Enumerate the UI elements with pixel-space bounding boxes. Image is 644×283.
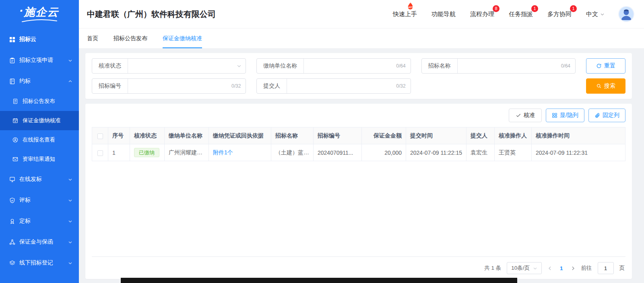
goto-page-input[interactable] bbox=[598, 262, 614, 274]
nav-item-label: 流程办理 bbox=[470, 10, 494, 17]
notification-badge: 8 bbox=[493, 5, 500, 12]
sidebar-subitem-announcement[interactable]: 招标公告发布 bbox=[0, 92, 79, 111]
taskbar-strip bbox=[121, 278, 517, 283]
user-avatar[interactable] bbox=[619, 7, 634, 21]
nav-quick-start[interactable]: HOT 快速上手 bbox=[393, 10, 417, 18]
table-panel: 核准 显/隐列 固定列 bbox=[85, 104, 632, 279]
sidebar-item-offline-register[interactable]: 线下招标登记 bbox=[0, 252, 79, 273]
shield-icon bbox=[9, 197, 15, 203]
table-header-row: 序号 核准状态 缴纳单位名称 缴纳凭证或回执依据 招标名称 招标编号 保证金金额… bbox=[92, 127, 625, 144]
pay-unit-field: 缴纳单位名称 0/64 bbox=[256, 58, 411, 74]
page-content: 核准状态 缴纳单位名称 0/64 招标名称 0/64 bbox=[79, 48, 644, 283]
chevron-down-icon bbox=[68, 58, 72, 63]
search-button[interactable]: 搜索 bbox=[586, 78, 625, 94]
check-icon bbox=[516, 113, 521, 118]
tender-name-input[interactable] bbox=[458, 59, 561, 73]
cell-tender-no: 2024070911... bbox=[314, 144, 362, 161]
language-switcher[interactable]: 中文 bbox=[586, 10, 605, 18]
row-checkbox[interactable] bbox=[97, 150, 103, 156]
tender-name-field: 招标名称 0/64 bbox=[421, 58, 576, 74]
sidebar-item-bidding-cloud[interactable]: 招标云 bbox=[0, 29, 79, 50]
sidebar-subitem-review-notice[interactable]: 资审结果通知 bbox=[0, 150, 79, 169]
nav-item-label: 多方协同 bbox=[547, 10, 572, 17]
nav-item-label: 快速上手 bbox=[393, 10, 417, 17]
cell-index: 1 bbox=[108, 144, 130, 161]
nav-process-handling[interactable]: 8 流程办理 bbox=[470, 10, 494, 18]
sidebar-item-label: 招标公告发布 bbox=[23, 98, 55, 105]
char-counter: 0/32 bbox=[396, 83, 410, 89]
user-circle-icon bbox=[12, 137, 19, 143]
main-area: 中建君联（广州）软件科技有限公司 HOT 快速上手 功能导航 8 流程办理 1 bbox=[79, 0, 644, 283]
deposit-approval-table: 序号 核准状态 缴纳单位名称 缴纳凭证或回执依据 招标名称 招标编号 保证金金额… bbox=[92, 127, 625, 161]
sidebar-item-project-apply[interactable]: 招标立项申请 bbox=[0, 50, 79, 71]
chevron-down-icon bbox=[68, 198, 72, 203]
field-label: 招标编号 bbox=[92, 79, 128, 93]
paperclip-icon bbox=[594, 113, 600, 118]
sidebar-item-evaluation[interactable]: 评标 bbox=[0, 190, 79, 211]
notification-badge: 1 bbox=[531, 5, 538, 12]
sidebar-item-label: 招标云 bbox=[19, 36, 36, 43]
brand-logo[interactable]: 施企云 bbox=[0, 0, 79, 29]
reset-button[interactable]: 重置 bbox=[586, 58, 625, 74]
page-size-select[interactable]: 10条/页 bbox=[507, 262, 542, 274]
sidebar-item-yuebiao[interactable]: 约标 bbox=[0, 71, 79, 92]
sidebar-item-label: 在线报名查看 bbox=[23, 136, 55, 144]
sidebar-item-deposit-guarantee[interactable]: 保证金与保函 bbox=[0, 232, 79, 252]
document-icon bbox=[12, 98, 19, 104]
approve-button-label: 核准 bbox=[524, 112, 535, 119]
tab-announcement[interactable]: 招标公告发布 bbox=[114, 29, 147, 48]
sidebar-subitem-deposit-approval[interactable]: 保证金缴纳核准 bbox=[0, 111, 79, 130]
chevron-down-icon bbox=[600, 12, 605, 16]
fixed-columns-button[interactable]: 固定列 bbox=[588, 109, 625, 122]
cell-operate-time: 2024-07-09 11:22:31 bbox=[532, 144, 625, 161]
chevron-left-icon bbox=[547, 266, 553, 271]
company-name: 中建君联（广州）软件科技有限公司 bbox=[87, 9, 216, 20]
column-header: 缴纳单位名称 bbox=[165, 127, 209, 144]
hot-flame-icon: HOT bbox=[406, 2, 415, 11]
nav-collaboration[interactable]: 1 多方协同 bbox=[547, 10, 572, 18]
goto-label: 前往 bbox=[581, 265, 592, 272]
top-header: 中建君联（广州）软件科技有限公司 HOT 快速上手 功能导航 8 流程办理 1 bbox=[79, 0, 644, 28]
status-badge: 已缴纳 bbox=[134, 148, 159, 158]
table-toolbar: 核准 显/隐列 固定列 bbox=[92, 109, 625, 122]
sidebar-item-label: 约标 bbox=[19, 78, 31, 85]
char-counter: 0/32 bbox=[231, 83, 246, 89]
tab-label: 招标公告发布 bbox=[114, 35, 147, 42]
table-row: 1 已缴纳 广州润耀建材... 附件1个 （土建）蓝色... 202407091… bbox=[92, 144, 625, 161]
select-all-checkbox[interactable] bbox=[97, 133, 103, 139]
prev-page-button[interactable] bbox=[547, 266, 553, 271]
nav-item-label: 功能导航 bbox=[431, 10, 456, 17]
tab-deposit-approval[interactable]: 保证金缴纳核准 bbox=[163, 29, 202, 48]
attachment-link[interactable]: 附件1个 bbox=[213, 149, 233, 156]
approve-button[interactable]: 核准 bbox=[509, 109, 542, 122]
nav-task-assign[interactable]: 1 任务指派 bbox=[509, 10, 533, 18]
chevron-up-icon bbox=[68, 79, 72, 84]
search-icon bbox=[596, 83, 602, 89]
reset-button-label: 重置 bbox=[604, 62, 615, 70]
chevron-down-icon bbox=[68, 240, 72, 244]
sidebar-item-award[interactable]: 定标 bbox=[0, 211, 79, 232]
language-label: 中文 bbox=[586, 10, 598, 18]
field-label: 核准状态 bbox=[92, 59, 128, 73]
page-number-1[interactable]: 1 bbox=[558, 265, 565, 271]
submitter-input[interactable] bbox=[287, 79, 396, 93]
nav-feature-guide[interactable]: 功能导航 bbox=[431, 10, 456, 18]
toggle-columns-button[interactable]: 显/隐列 bbox=[546, 109, 584, 122]
book-icon bbox=[9, 78, 15, 84]
sidebar-subitem-signup-view[interactable]: 在线报名查看 bbox=[0, 130, 79, 150]
network-icon bbox=[9, 239, 15, 245]
approve-status-select[interactable] bbox=[128, 59, 246, 73]
calendar-check-icon bbox=[12, 118, 19, 123]
svg-text:HOT: HOT bbox=[408, 6, 413, 8]
tab-label: 保证金缴纳核准 bbox=[163, 35, 202, 42]
tender-no-input[interactable] bbox=[128, 79, 231, 93]
sidebar-item-online-tender[interactable]: 在线发标 bbox=[0, 169, 79, 190]
toggle-columns-label: 显/隐列 bbox=[560, 112, 578, 119]
pay-unit-input[interactable] bbox=[304, 59, 396, 73]
next-page-button[interactable] bbox=[570, 266, 576, 271]
tab-home[interactable]: 首页 bbox=[87, 29, 98, 48]
top-navigation: HOT 快速上手 功能导航 8 流程办理 1 任务指派 1 多方协 bbox=[393, 7, 634, 21]
layers-icon bbox=[9, 260, 15, 266]
avatar-image bbox=[619, 7, 634, 21]
logo-text: 施企云 bbox=[20, 7, 59, 18]
